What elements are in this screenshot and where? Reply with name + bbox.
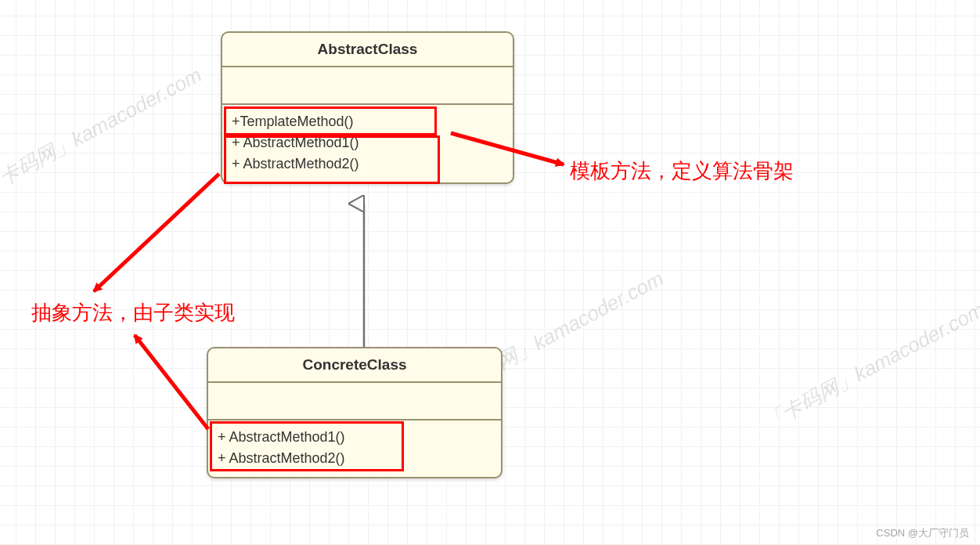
concrete-method1: + AbstractMethod1(): [218, 427, 492, 448]
watermark-text: 「卡码网」kamacoder.com: [0, 61, 207, 200]
footer-credit: CSDN @大厂守门员: [876, 526, 969, 540]
arrow-abstract-note-top: [94, 174, 219, 291]
method-abstract1: + AbstractMethod1(): [232, 132, 503, 153]
method-template: +TemplateMethod(): [232, 111, 503, 132]
annotation-template-method: 模板方法，定义算法骨架: [570, 157, 794, 185]
annotation-abstract-method: 抽象方法，由子类实现: [31, 299, 235, 327]
watermark-text: 「卡码网」kamacoder.com: [759, 296, 980, 435]
arrow-abstract-note-bottom: [135, 335, 208, 429]
method-abstract2: + AbstractMethod2(): [232, 153, 503, 175]
abstract-class-attrs: [222, 67, 513, 105]
abstract-class-methods: +TemplateMethod() + AbstractMethod1() + …: [222, 105, 513, 182]
concrete-method2: + AbstractMethod2(): [218, 448, 492, 469]
abstract-class-box: AbstractClass +TemplateMethod() + Abstra…: [221, 31, 514, 184]
concrete-class-attrs: [208, 383, 501, 420]
abstract-class-title: AbstractClass: [222, 33, 513, 67]
concrete-class-box: ConcreteClass + AbstractMethod1() + Abst…: [207, 347, 503, 478]
concrete-class-title: ConcreteClass: [208, 348, 501, 383]
concrete-class-methods: + AbstractMethod1() + AbstractMethod2(): [208, 420, 501, 477]
